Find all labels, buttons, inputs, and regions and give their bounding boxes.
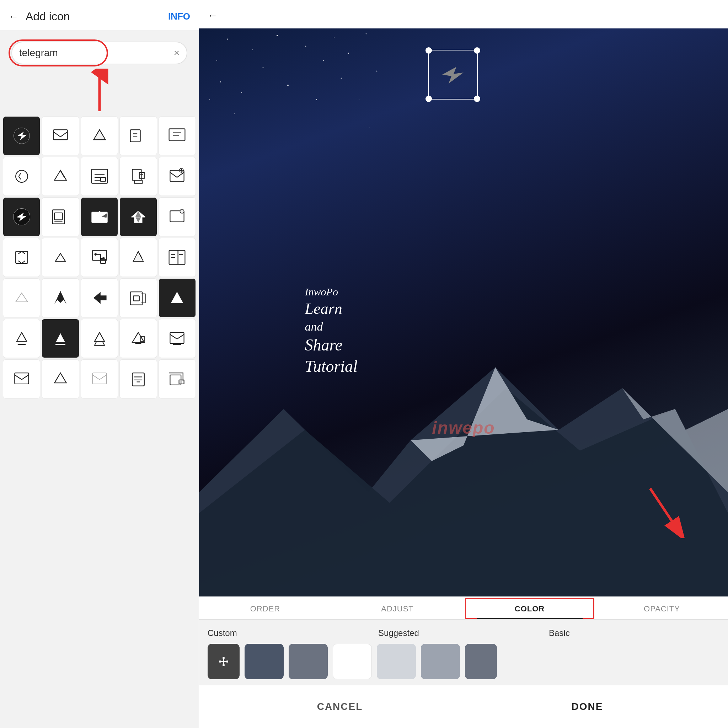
search-bar[interactable]: × bbox=[11, 41, 187, 64]
svg-rect-23 bbox=[16, 251, 28, 263]
color-swatch-white[interactable] bbox=[333, 644, 372, 679]
svg-point-59 bbox=[263, 67, 264, 68]
tab-order[interactable]: ORDER bbox=[199, 596, 331, 619]
canvas-line1: InwoPo bbox=[305, 285, 358, 298]
color-swatch-light-gray[interactable] bbox=[377, 644, 416, 679]
canvas-line2: Learn bbox=[305, 298, 358, 319]
icon-cell[interactable] bbox=[159, 238, 196, 277]
icon-cell[interactable] bbox=[119, 238, 157, 277]
icon-cell[interactable] bbox=[81, 359, 118, 399]
icon-cell[interactable] bbox=[41, 116, 79, 155]
resize-handle-br[interactable] bbox=[474, 96, 480, 102]
icon-cell[interactable] bbox=[159, 359, 196, 399]
icon-row-1 bbox=[3, 116, 196, 155]
icon-cell[interactable] bbox=[159, 319, 196, 358]
icon-cell[interactable] bbox=[81, 319, 118, 358]
icon-cell[interactable] bbox=[3, 157, 40, 196]
canvas-area: InwoPo Learn and Share Tutorial inwepo bbox=[199, 28, 728, 596]
icon-cell[interactable] bbox=[159, 197, 196, 236]
icon-cell[interactable] bbox=[41, 238, 79, 277]
icon-row-3 bbox=[3, 197, 196, 236]
icon-cell[interactable] bbox=[41, 157, 79, 196]
icon-cell[interactable] bbox=[159, 116, 196, 155]
color-swatch-dark1[interactable] bbox=[245, 644, 284, 679]
color-swatch-gray[interactable] bbox=[421, 644, 460, 679]
svg-point-67 bbox=[376, 71, 378, 72]
icon-cell-dark[interactable] bbox=[3, 197, 40, 236]
icon-cell[interactable] bbox=[81, 116, 118, 155]
svg-rect-7 bbox=[169, 128, 185, 141]
icon-cell[interactable] bbox=[3, 116, 40, 155]
svg-rect-46 bbox=[15, 373, 28, 384]
icon-cell[interactable] bbox=[3, 359, 40, 399]
icon-row-6 bbox=[3, 319, 196, 358]
svg-marker-34 bbox=[54, 291, 66, 304]
icon-cell[interactable] bbox=[119, 319, 157, 358]
icon-cell[interactable] bbox=[119, 116, 157, 155]
canvas-text-overlay: InwoPo Learn and Share Tutorial bbox=[305, 285, 358, 377]
icon-grid bbox=[0, 115, 199, 728]
icon-cell[interactable] bbox=[3, 278, 40, 317]
color-label-custom: Custom bbox=[208, 628, 378, 638]
svg-marker-41 bbox=[56, 333, 65, 342]
canvas-selected-icon[interactable] bbox=[428, 50, 478, 99]
icon-cell[interactable] bbox=[3, 238, 40, 277]
page-title-left: Add icon bbox=[26, 10, 168, 23]
back-button-right[interactable]: ← bbox=[208, 10, 217, 21]
svg-rect-6 bbox=[130, 130, 141, 142]
svg-point-79 bbox=[223, 657, 225, 659]
done-button[interactable]: DONE bbox=[463, 695, 711, 718]
svg-rect-8 bbox=[16, 170, 28, 182]
tab-opacity[interactable]: OPACITY bbox=[596, 596, 728, 619]
tab-adjust[interactable]: ADJUST bbox=[331, 596, 463, 619]
icon-cell[interactable] bbox=[119, 157, 157, 196]
cancel-button[interactable]: CANCEL bbox=[216, 695, 463, 718]
svg-point-25 bbox=[95, 254, 96, 255]
icon-cell[interactable] bbox=[119, 278, 157, 317]
icon-cell-dark5[interactable] bbox=[41, 319, 79, 358]
icon-cell-dark2[interactable] bbox=[81, 197, 118, 236]
svg-point-22 bbox=[180, 210, 184, 213]
color-swatch-dark2[interactable] bbox=[289, 644, 328, 679]
svg-marker-35 bbox=[93, 292, 106, 304]
icon-cell-dark4[interactable] bbox=[159, 278, 196, 317]
icon-row-5 bbox=[3, 278, 196, 317]
right-header: ← bbox=[199, 0, 728, 28]
search-clear-button[interactable]: × bbox=[174, 47, 179, 59]
resize-handle-tr[interactable] bbox=[474, 47, 480, 54]
svg-rect-3 bbox=[54, 130, 67, 140]
svg-marker-44 bbox=[95, 341, 104, 345]
svg-rect-37 bbox=[133, 296, 139, 301]
search-input[interactable] bbox=[19, 47, 174, 59]
svg-point-58 bbox=[217, 60, 217, 61]
icon-cell[interactable] bbox=[119, 359, 157, 399]
back-button-left[interactable]: ← bbox=[9, 11, 18, 22]
svg-line-76 bbox=[650, 488, 679, 531]
svg-point-55 bbox=[334, 37, 335, 38]
icon-cell[interactable] bbox=[81, 157, 118, 196]
color-swatch-dark-gray[interactable] bbox=[465, 644, 497, 679]
icon-cell-dark3[interactable] bbox=[119, 197, 157, 236]
info-button[interactable]: INFO bbox=[168, 11, 190, 22]
icon-cell[interactable] bbox=[41, 359, 79, 399]
left-panel: ← Add icon INFO × bbox=[0, 0, 199, 728]
svg-marker-39 bbox=[17, 332, 27, 341]
icon-cell[interactable] bbox=[81, 238, 118, 277]
svg-point-57 bbox=[366, 34, 367, 35]
svg-rect-32 bbox=[178, 250, 185, 264]
resize-handle-tl[interactable] bbox=[425, 47, 432, 54]
color-swatches bbox=[208, 644, 719, 679]
svg-point-68 bbox=[234, 113, 235, 114]
svg-rect-17 bbox=[54, 213, 62, 220]
icon-cell[interactable] bbox=[81, 278, 118, 317]
icon-cell[interactable] bbox=[41, 278, 79, 317]
custom-color-icon bbox=[217, 655, 231, 668]
tab-color[interactable]: COLOR bbox=[463, 596, 596, 619]
icon-cell[interactable] bbox=[41, 197, 79, 236]
resize-handle-bl[interactable] bbox=[425, 96, 432, 102]
icon-cell[interactable] bbox=[3, 319, 40, 358]
svg-point-65 bbox=[287, 85, 289, 86]
color-swatch-custom[interactable] bbox=[208, 644, 240, 679]
tabs-row: ORDER ADJUST COLOR OPACITY bbox=[199, 596, 728, 619]
icon-cell[interactable] bbox=[159, 157, 196, 196]
